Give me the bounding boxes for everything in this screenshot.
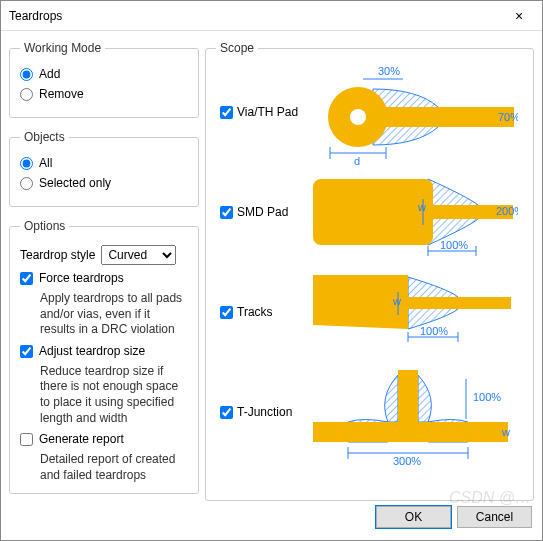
cancel-button[interactable]: Cancel xyxy=(457,506,532,528)
dialog-button-bar: OK Cancel xyxy=(1,501,542,533)
adjust-teardrop-label: Adjust teardrop size xyxy=(39,344,145,358)
scope-smd-diagram: w 200% 100% xyxy=(308,167,523,257)
force-teardrops-checkbox[interactable] xyxy=(20,272,33,285)
objects-selected-radio[interactable] xyxy=(20,177,33,190)
scope-group: Scope Via/TH Pad xyxy=(205,41,534,501)
svg-point-2 xyxy=(350,109,366,125)
objects-all-label: All xyxy=(39,156,52,170)
working-mode-remove-radio[interactable] xyxy=(20,88,33,101)
scope-tjunction-diagram: 100% w 300% xyxy=(308,367,523,457)
scope-item-tjunction: T-Junction 100% w xyxy=(216,367,523,457)
svg-text:30%: 30% xyxy=(378,67,400,77)
svg-text:70%: 70% xyxy=(498,111,518,123)
svg-rect-11 xyxy=(313,179,433,245)
scope-legend: Scope xyxy=(216,41,258,55)
working-mode-legend: Working Mode xyxy=(20,41,105,55)
objects-selected-label: Selected only xyxy=(39,176,111,190)
objects-legend: Objects xyxy=(20,130,69,144)
svg-text:d: d xyxy=(354,155,360,167)
title-bar: Teardrops × xyxy=(1,1,542,31)
options-legend: Options xyxy=(20,219,69,233)
svg-text:100%: 100% xyxy=(440,239,468,251)
scope-via-checkbox[interactable] xyxy=(220,106,233,119)
scope-via-diagram: 30% 70% d xyxy=(308,67,523,157)
window-title: Teardrops xyxy=(9,9,504,23)
svg-rect-20 xyxy=(406,297,511,309)
scope-item-smd: SMD Pad w 200% 100% xyxy=(216,167,523,257)
svg-rect-28 xyxy=(313,422,508,442)
svg-text:100%: 100% xyxy=(473,391,501,403)
force-teardrops-desc: Apply teardrops to all pads and/or vias,… xyxy=(40,291,188,338)
scope-tjunction-checkbox[interactable] xyxy=(220,406,233,419)
scope-item-tracks: Tracks w 100% xyxy=(216,267,523,357)
scope-smd-label: SMD Pad xyxy=(237,205,288,219)
scope-tracks-label: Tracks xyxy=(237,305,273,319)
svg-rect-27 xyxy=(398,370,418,422)
working-mode-add-label: Add xyxy=(39,67,60,81)
generate-report-checkbox[interactable] xyxy=(20,433,33,446)
scope-via-label: Via/TH Pad xyxy=(237,105,298,119)
svg-text:w: w xyxy=(392,295,401,307)
scope-tracks-checkbox[interactable] xyxy=(220,306,233,319)
adjust-teardrop-checkbox[interactable] xyxy=(20,345,33,358)
adjust-teardrop-desc: Reduce teardrop size if there is not eno… xyxy=(40,364,188,426)
working-mode-add-radio[interactable] xyxy=(20,68,33,81)
options-group: Options Teardrop style Curved Line Force… xyxy=(9,219,199,494)
scope-item-via: Via/TH Pad 30% xyxy=(216,67,523,157)
generate-report-desc: Detailed report of created and failed te… xyxy=(40,452,188,483)
teardrop-style-select[interactable]: Curved Line xyxy=(101,245,176,265)
working-mode-group: Working Mode Add Remove xyxy=(9,41,199,118)
svg-text:300%: 300% xyxy=(393,455,421,467)
svg-text:200%: 200% xyxy=(496,205,518,217)
svg-text:100%: 100% xyxy=(420,325,448,337)
close-icon[interactable]: × xyxy=(504,6,534,26)
svg-text:w: w xyxy=(501,426,510,438)
ok-button[interactable]: OK xyxy=(376,506,451,528)
force-teardrops-label: Force teardrops xyxy=(39,271,124,285)
objects-group: Objects All Selected only xyxy=(9,130,199,207)
generate-report-label: Generate report xyxy=(39,432,124,446)
scope-tracks-diagram: w 100% xyxy=(308,267,523,357)
objects-all-radio[interactable] xyxy=(20,157,33,170)
svg-text:w: w xyxy=(417,201,426,213)
scope-smd-checkbox[interactable] xyxy=(220,206,233,219)
svg-rect-3 xyxy=(384,107,514,127)
scope-tjunction-label: T-Junction xyxy=(237,405,292,419)
working-mode-remove-label: Remove xyxy=(39,87,84,101)
teardrop-style-label: Teardrop style xyxy=(20,248,95,262)
